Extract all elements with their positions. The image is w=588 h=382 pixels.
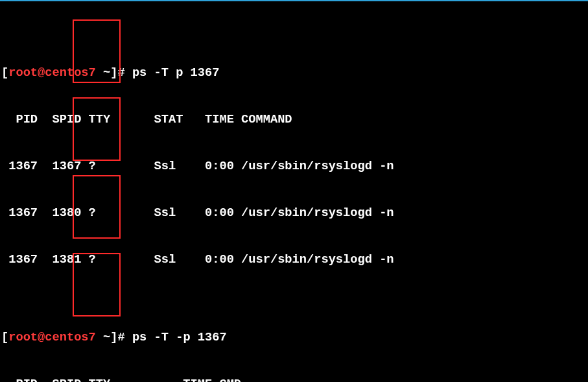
spid-highlight-box	[73, 175, 121, 239]
prompt-close: ]#	[110, 330, 132, 344]
command-text: ps -T p 1367	[132, 66, 220, 80]
ps-header: PID SPID TTY TIME CMD	[1, 376, 587, 382]
terminal[interactable]: [root@centos7 ~]# ps -T p 1367 PID SPID …	[0, 1, 588, 382]
prompt-path: ~	[103, 330, 110, 344]
prompt-sep	[96, 330, 103, 344]
prompt-host: centos7	[45, 330, 96, 344]
command-text: ps -T -p 1367	[132, 330, 227, 344]
prompt-at: @	[38, 66, 45, 80]
prompt-user: root	[8, 66, 38, 80]
prompt-line: [root@centos7 ~]# ps -T -p 1367	[1, 329, 587, 345]
spid-highlight-box	[73, 19, 121, 83]
prompt-user: root	[8, 330, 38, 344]
prompt-open: [	[1, 330, 8, 344]
spid-highlight-box	[73, 253, 121, 316]
prompt-at: @	[38, 330, 45, 344]
prompt-open: [	[1, 66, 8, 80]
spid-highlight-box	[73, 97, 121, 161]
